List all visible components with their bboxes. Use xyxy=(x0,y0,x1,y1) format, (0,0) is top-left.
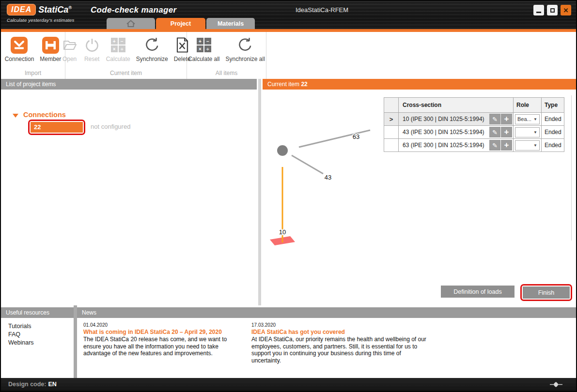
news-header: News xyxy=(77,307,576,318)
item-status-text: not configured xyxy=(91,123,130,130)
tree-item-22[interactable]: 22 xyxy=(31,122,83,133)
brand-name: StatiCa® xyxy=(38,5,72,15)
article-date: 01.04.2020 xyxy=(83,322,245,328)
news-panel: News 01.04.2020 What is coming in IDEA S… xyxy=(77,305,576,378)
role-dropdown[interactable]: Bea...▼ xyxy=(515,114,540,124)
row-selector[interactable] xyxy=(384,139,399,152)
chevron-down-icon: ▼ xyxy=(533,143,537,148)
role-dropdown[interactable]: ▼ xyxy=(515,127,540,137)
tab-home[interactable] xyxy=(107,18,155,29)
statusbar: Design code:EN xyxy=(1,378,576,391)
link-webinars[interactable]: Webinars xyxy=(8,339,74,347)
project-items-panel: List of project items Connections 22 not… xyxy=(1,79,257,305)
article-date: 17.03.2020 xyxy=(251,322,432,328)
node-circle xyxy=(277,145,288,156)
calculate-button[interactable]: +−×÷ Calculate xyxy=(103,34,133,70)
sync-icon xyxy=(143,34,161,56)
cross-section-cell: 63 (IPE 300 | DIN 1025-5:1994) ✎ + xyxy=(399,139,514,152)
link-tutorials[interactable]: Tutorials xyxy=(8,323,74,330)
edit-cross-section-button[interactable]: ✎ xyxy=(489,114,500,124)
tab-materials[interactable]: Materials xyxy=(206,18,255,29)
table-row[interactable]: 63 (IPE 300 | DIN 1025-5:1994) ✎ + ▼ End… xyxy=(384,139,564,152)
minimize-button[interactable] xyxy=(533,5,544,15)
member-label-10: 10 xyxy=(279,228,286,236)
article-body: The IDEA StatiCa 20 release has come, an… xyxy=(83,336,245,357)
row-selector[interactable]: > xyxy=(384,113,399,126)
role-cell: ▼ xyxy=(514,126,542,139)
connection-icon xyxy=(10,34,28,56)
role-dropdown[interactable]: ▼ xyxy=(515,140,540,151)
group-all-items: +−×÷ Calculate all Synchronize all All i… xyxy=(187,32,266,79)
logo: IDEA StatiCa® Calculate yesterday's esti… xyxy=(7,4,75,23)
member-label-63: 63 xyxy=(353,133,359,140)
app-window: IDEA StatiCa® Calculate yesterday's esti… xyxy=(0,0,577,392)
annotation-highlight-finish: Finish xyxy=(520,284,572,301)
project-items-header: List of project items xyxy=(1,79,257,90)
news-article: 17.03.2020 IDEA StatiCa has got you cove… xyxy=(251,322,432,364)
cross-section-cell: 10 (IPE 300 | DIN 1025-5:1994) ✎ + xyxy=(399,113,514,126)
synchronize-all-button[interactable]: Synchronize all xyxy=(223,34,268,70)
article-title-link[interactable]: What is coming in IDEA StatiCa 20 – Apri… xyxy=(83,329,245,335)
table-header-row: Cross-section Role Type xyxy=(384,98,564,113)
table-row[interactable]: 43 (IPE 300 | DIN 1025-5:1994) ✎ + ▼ End… xyxy=(384,126,564,139)
open-folder-icon xyxy=(62,34,78,56)
group-label-current-item: Current item xyxy=(65,70,187,79)
chevron-down-icon: ▼ xyxy=(533,130,537,135)
link-faq[interactable]: FAQ xyxy=(8,331,74,338)
panel-edge-line xyxy=(571,95,572,241)
member-line-43 xyxy=(292,155,323,174)
article-body: At IDEA StatiCa, our priority remains th… xyxy=(251,336,432,364)
table-row[interactable]: > 10 (IPE 300 | DIN 1025-5:1994) ✎ + Bea… xyxy=(384,113,564,126)
chevron-down-icon: ▼ xyxy=(533,117,537,121)
annotation-highlight-item: 22 xyxy=(28,120,85,135)
tree-collapse-icon[interactable] xyxy=(13,114,18,118)
role-cell: Bea...▼ xyxy=(514,113,542,126)
type-cell: Ended xyxy=(542,139,564,152)
reset-button[interactable]: Reset xyxy=(81,34,103,70)
group-import: Connection Member Import xyxy=(1,32,65,79)
add-cross-section-button[interactable]: + xyxy=(501,127,512,137)
connection-button[interactable]: Connection xyxy=(2,34,37,70)
power-icon xyxy=(84,34,100,56)
close-button[interactable]: ✕ xyxy=(561,5,571,15)
maximize-button[interactable] xyxy=(547,5,558,15)
plug-connection-icon xyxy=(550,382,562,387)
tab-project[interactable]: Project xyxy=(156,18,205,29)
design-code-status: Design code:EN xyxy=(8,381,57,388)
article-title-link[interactable]: IDEA StatiCa has got you covered xyxy=(251,329,432,335)
row-selector[interactable] xyxy=(384,126,399,139)
titlebar: IDEA StatiCa® Calculate yesterday's esti… xyxy=(1,1,576,29)
tree-node-connections[interactable]: Connections xyxy=(23,111,66,119)
open-button[interactable]: Open xyxy=(59,34,81,70)
cross-section-column-header: Cross-section xyxy=(399,98,514,113)
cross-section-cell: 43 (IPE 300 | DIN 1025-5:1994) ✎ + xyxy=(399,126,514,139)
useful-resources-header: Useful resources xyxy=(1,307,74,318)
group-label-import: Import xyxy=(1,70,65,79)
type-column-header: Type xyxy=(542,98,564,113)
selector-column-header xyxy=(384,98,399,113)
current-item-panel: Current item 22 63 43 10 xyxy=(263,79,576,305)
role-column-header: Role xyxy=(514,98,542,113)
add-cross-section-button[interactable]: + xyxy=(501,114,512,124)
calculator-icon: +−×÷ xyxy=(111,34,125,56)
cross-section-table: Cross-section Role Type > 10 (IPE 300 | … xyxy=(384,97,564,152)
add-cross-section-button[interactable]: + xyxy=(501,140,512,151)
group-current-item: Open Reset +−×÷ Calculate xyxy=(65,32,187,79)
member-label-43: 43 xyxy=(325,174,331,181)
panel-splitter[interactable] xyxy=(257,79,263,305)
calculator-icon: +−×÷ xyxy=(197,34,211,56)
type-cell: Ended xyxy=(542,113,564,126)
brand-tagline: Calculate yesterday's estimates xyxy=(7,17,75,23)
edit-cross-section-button[interactable]: ✎ xyxy=(489,140,500,151)
group-label-all-items: All items xyxy=(187,70,266,79)
connection-diagram: 63 43 10 xyxy=(263,90,389,254)
definition-of-loads-button[interactable]: Definition of loads xyxy=(441,286,515,298)
edit-cross-section-button[interactable]: ✎ xyxy=(489,127,500,137)
app-title: Code-check manager xyxy=(91,5,176,15)
current-item-header: Current item 22 xyxy=(263,79,576,90)
type-cell: Ended xyxy=(542,126,564,139)
role-cell: ▼ xyxy=(514,139,542,152)
calculate-all-button[interactable]: +−×÷ Calculate all xyxy=(185,34,222,70)
synchronize-button[interactable]: Synchronize xyxy=(133,34,171,70)
finish-button[interactable]: Finish xyxy=(523,286,570,299)
